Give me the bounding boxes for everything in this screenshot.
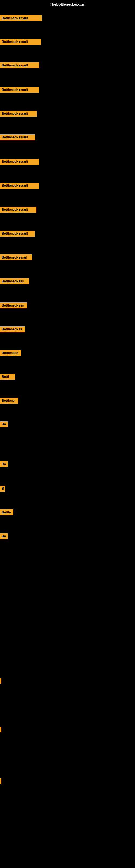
bottleneck-result-item: Bottleneck result bbox=[0, 62, 39, 68]
bottleneck-result-item: Bottle bbox=[0, 509, 13, 516]
bottleneck-result-item: Bottleneck resul bbox=[0, 254, 32, 260]
bar-item bbox=[0, 778, 1, 784]
bottleneck-result-item: Bottleneck result bbox=[0, 111, 37, 117]
bottleneck-result-item: Bottleneck result bbox=[0, 207, 37, 213]
bottleneck-result-item: Bottleneck result bbox=[0, 159, 39, 165]
bottleneck-result-item: Bo bbox=[0, 533, 8, 539]
bottleneck-result-item: Bottleneck result bbox=[0, 87, 39, 93]
bottleneck-result-item: Bo bbox=[0, 421, 8, 427]
bottleneck-result-item: B bbox=[0, 486, 5, 492]
bottleneck-result-item: Bottleneck re bbox=[0, 326, 25, 332]
bottleneck-result-item: Bottleneck res bbox=[0, 278, 29, 284]
bar-item bbox=[0, 678, 1, 684]
bottleneck-result-item: Bottleneck res bbox=[0, 303, 27, 308]
bottleneck-result-item: Bottleneck result bbox=[0, 15, 42, 21]
bottleneck-result-item: Bottleneck result bbox=[0, 230, 35, 237]
bottleneck-result-item: Bottleneck result bbox=[0, 183, 39, 188]
bottleneck-result-item: Bottleneck result bbox=[0, 134, 35, 140]
bottleneck-result-item: Bo bbox=[0, 461, 8, 467]
bar-item bbox=[0, 727, 1, 733]
site-title: TheBottlenecker.com bbox=[0, 0, 135, 9]
bottleneck-result-item: Bottleneck result bbox=[0, 39, 41, 45]
bottleneck-result-item: Bottleneck bbox=[0, 350, 21, 356]
bottleneck-result-item: Bottlene bbox=[0, 398, 18, 404]
bottleneck-result-item: Bottl bbox=[0, 374, 15, 380]
